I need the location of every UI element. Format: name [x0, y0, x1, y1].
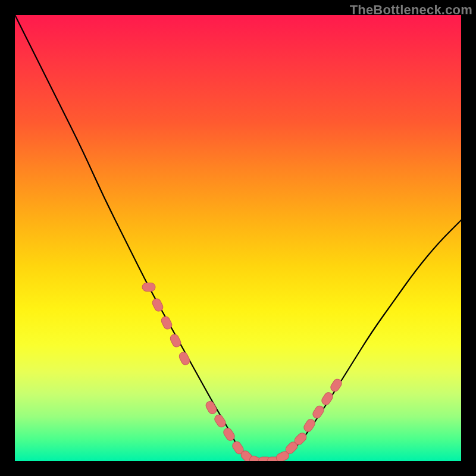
- curve-layer: [15, 15, 461, 461]
- chart-svg: [15, 15, 461, 461]
- marker-dot: [205, 400, 218, 415]
- bottleneck-curve: [15, 15, 461, 461]
- marker-dot: [302, 418, 317, 433]
- marker-dot: [311, 404, 325, 419]
- marker-layer: [142, 283, 343, 462]
- watermark-text: TheBottleneck.com: [350, 2, 472, 18]
- plot-area: [15, 15, 461, 461]
- marker-dot: [320, 391, 334, 406]
- marker-dot: [213, 413, 227, 428]
- marker-dot: [142, 283, 155, 292]
- marker-dot: [178, 351, 191, 367]
- marker-dot: [169, 333, 182, 349]
- chart-frame: TheBottleneck.com: [0, 0, 476, 476]
